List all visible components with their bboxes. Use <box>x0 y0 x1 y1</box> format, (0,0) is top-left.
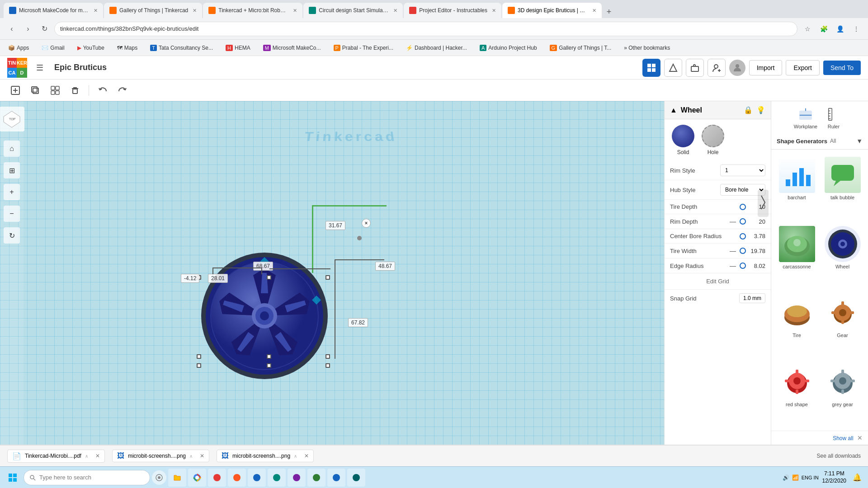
handle-tr2[interactable] <box>326 275 330 280</box>
tab-circuit[interactable]: Circuit design Start Simulati... ✕ <box>303 3 403 18</box>
taskbar-file-explorer[interactable] <box>168 469 186 487</box>
redo-button[interactable] <box>114 82 131 99</box>
tire-depth-slider[interactable] <box>740 204 746 210</box>
taskbar-app-2[interactable] <box>228 469 246 487</box>
taskbar-app-6[interactable] <box>307 469 326 487</box>
rim-style-select[interactable]: 123 <box>720 164 765 176</box>
handle-tr[interactable] <box>267 275 271 280</box>
bookmark-arduino[interactable]: A Arduino Project Hub <box>477 44 540 52</box>
build-view-button[interactable] <box>664 59 682 77</box>
gallery-close-button[interactable]: ✕ <box>857 434 863 441</box>
tire-width-slider[interactable] <box>740 248 746 254</box>
tab-close[interactable]: ✕ <box>94 8 98 14</box>
reload-button[interactable]: ↻ <box>38 23 51 35</box>
zoom-out-button[interactable]: − <box>4 206 20 222</box>
back-button[interactable]: ‹ <box>5 23 18 35</box>
download-item-3[interactable]: 🖼 microbit-screensh....png ∧ ✕ <box>217 450 314 462</box>
download-item-1[interactable]: 📄 Tinkercad-Microbi....pdf ∧ ✕ <box>7 450 105 463</box>
bookmark-star-button[interactable]: ☆ <box>801 23 814 35</box>
taskbar-app-8[interactable] <box>347 469 365 487</box>
handle-br[interactable] <box>326 363 330 368</box>
tinkercad-logo[interactable]: TIN KER CA D <box>7 58 27 78</box>
download-close-2[interactable]: ✕ <box>200 453 204 459</box>
menu-button[interactable]: ⋮ <box>850 23 863 35</box>
extensions-button[interactable]: 🧩 <box>817 23 830 35</box>
gallery-item-carcassonne[interactable]: carcassonne <box>776 223 818 289</box>
edge-radius-slider[interactable] <box>740 263 746 269</box>
gallery-scroll-right-button[interactable] <box>758 190 769 217</box>
see-all-downloads-button[interactable]: See all downloads <box>817 453 861 459</box>
tab-close[interactable]: ✕ <box>592 8 596 14</box>
tab-close[interactable]: ✕ <box>293 8 297 14</box>
duplicate-button[interactable] <box>27 82 43 99</box>
gallery-item-tire[interactable]: Tire <box>776 292 818 357</box>
tab-instructables[interactable]: Project Editor - Instructables ✕ <box>404 3 501 18</box>
tab-gallery[interactable]: Gallery of Things | Tinkercad ✕ <box>104 3 202 18</box>
home-view-button[interactable]: ⌂ <box>4 141 20 157</box>
gallery-item-red[interactable]: red shape <box>776 361 818 427</box>
bookmark-tata[interactable]: T Tata Consultancy Se... <box>147 44 216 52</box>
gallery-item-talkbubble[interactable]: talk bubble <box>821 154 863 220</box>
tab-microbit[interactable]: Tinkercad + Micro:bit Robot... ✕ <box>203 3 302 18</box>
bookmark-other[interactable]: » Other bookmarks <box>621 44 673 52</box>
bookmark-apps[interactable]: 📦 Apps <box>5 44 32 52</box>
rim-depth-slider[interactable] <box>740 218 746 225</box>
prop-collapse-icon[interactable]: ▲ <box>670 106 677 114</box>
fit-all-button[interactable]: ⊞ <box>4 162 20 178</box>
bookmark-makecode[interactable]: M Microsoft MakeCo... <box>260 44 324 52</box>
taskbar-app-7[interactable] <box>327 469 345 487</box>
handle-bm[interactable] <box>267 363 271 368</box>
gallery-item-gear[interactable]: Gear <box>821 292 863 357</box>
taskbar-search-box[interactable]: Type here to search <box>24 470 150 485</box>
tab-close[interactable]: ✕ <box>193 8 197 14</box>
undo-button[interactable] <box>94 82 111 99</box>
bookmark-prabal[interactable]: P Prabal - The Experi... <box>331 44 396 52</box>
view-cube-widget[interactable]: TOP <box>0 107 24 131</box>
handle-mm[interactable] <box>267 354 271 359</box>
tab-close[interactable]: ✕ <box>393 8 397 14</box>
new-tab-button[interactable]: + <box>603 5 615 18</box>
lock-icon[interactable]: 🔒 <box>744 106 753 114</box>
bookmark-hema[interactable]: H HEMA <box>223 44 253 52</box>
system-clock[interactable]: 7:11 PM 12/2/2020 <box>822 470 846 484</box>
bulb-icon[interactable]: 💡 <box>756 106 765 114</box>
user-avatar[interactable] <box>729 60 745 76</box>
tab-tinkercad-active[interactable]: 3D design Epic Bruticus | Tin... ✕ <box>502 3 602 18</box>
import-button[interactable]: Import <box>749 60 783 75</box>
new-shape-button[interactable] <box>7 82 24 99</box>
workplane-button[interactable]: Workplane <box>794 107 817 129</box>
download-close-3[interactable]: ✕ <box>304 453 309 459</box>
group-button[interactable] <box>47 82 63 99</box>
handle-bl[interactable] <box>197 363 201 368</box>
delete-button[interactable] <box>67 82 83 99</box>
ruler-button[interactable]: Ruler <box>822 107 845 129</box>
gallery-item-barchart[interactable]: barchart <box>776 154 818 220</box>
forward-button[interactable]: › <box>22 23 34 35</box>
taskbar-app-4[interactable] <box>268 469 286 487</box>
download-close-1[interactable]: ✕ <box>95 453 100 459</box>
close-dimension-button[interactable]: × <box>362 219 371 228</box>
handle-mr[interactable] <box>326 354 330 359</box>
speaker-icon[interactable]: 🔊 <box>783 474 789 481</box>
profile-add-button[interactable] <box>708 59 726 77</box>
taskbar-app-5[interactable] <box>288 469 306 487</box>
taskbar-chrome[interactable] <box>188 469 206 487</box>
solid-shape-option[interactable]: Solid <box>672 125 694 155</box>
handle-ml[interactable] <box>197 354 201 359</box>
briefcase-button[interactable] <box>686 59 704 77</box>
start-button[interactable] <box>4 469 22 487</box>
tab-close[interactable]: ✕ <box>492 8 496 14</box>
bookmark-maps[interactable]: 🗺 Maps <box>114 44 140 52</box>
lang-indicator[interactable]: ENG IN <box>802 475 819 480</box>
taskbar-app-1[interactable] <box>208 469 226 487</box>
download-item-2[interactable]: 🖼 microbit-screensh....png ∧ ✕ <box>112 450 209 462</box>
gallery-item-greygear[interactable]: grey gear <box>821 361 863 427</box>
hamburger-icon[interactable]: ☰ <box>36 63 43 73</box>
network-icon[interactable]: 📶 <box>792 474 799 481</box>
edit-grid-button[interactable]: Edit Grid <box>665 273 771 290</box>
hole-shape-option[interactable]: Hole <box>702 125 724 155</box>
zoom-in-button[interactable]: + <box>4 184 20 200</box>
bookmark-gmail[interactable]: ✉️ Gmail <box>39 44 67 52</box>
address-bar[interactable]: tinkercad.com/things/382bnSPq9vk-epic-br… <box>54 22 797 36</box>
notification-center-button[interactable]: 🔔 <box>850 470 864 485</box>
